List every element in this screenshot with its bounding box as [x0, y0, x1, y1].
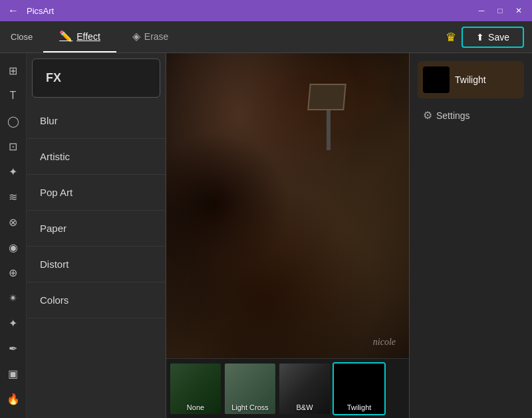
settings-icon: ⚙ — [423, 109, 432, 122]
main-toolbar: Close ✏️ Effect ◈ Erase ♛ ⬆ Save — [0, 21, 532, 53]
effect-item-artistic[interactable]: Artistic — [27, 139, 166, 175]
save-label: Save — [488, 32, 509, 43]
circle-icon[interactable]: ◉ — [1, 235, 25, 259]
effect-item-colors[interactable]: Colors — [27, 282, 166, 318]
canvas-background — [166, 53, 409, 358]
thumbnail-strip: None Light Cross B&W Twilight — [166, 358, 409, 418]
text-icon[interactable]: T — [1, 84, 25, 108]
thumb-twilight-label: Twilight — [334, 403, 384, 411]
maximize-button[interactable]: □ — [492, 3, 508, 19]
filter-icon[interactable]: ⊗ — [1, 210, 25, 234]
brush-icon[interactable]: ≋ — [1, 185, 25, 209]
toolbar-right: ♛ ⬆ Save — [446, 27, 532, 48]
left-sidebar: ⊞ T ◯ ⊡ ✦ ≋ ⊗ ◉ ⊕ ✴ ✦ ✒ ▣ 🔥 — [0, 53, 27, 418]
effect-item-paper[interactable]: Paper — [27, 211, 166, 247]
effect-item-pop-art[interactable]: Pop Art — [27, 175, 166, 211]
thumb-none[interactable]: None — [169, 362, 222, 415]
crop-icon[interactable]: ⊡ — [1, 134, 25, 158]
layers-icon[interactable]: ⊞ — [1, 58, 25, 82]
app-title: PicsArt — [27, 6, 468, 16]
thumb-twilight[interactable]: Twilight — [332, 362, 386, 415]
title-bar: ← PicsArt ─ □ ✕ — [0, 0, 532, 21]
square-icon[interactable]: ▣ — [1, 362, 25, 385]
effect-item-blur[interactable]: Blur — [27, 103, 166, 139]
thumb-lightcross-label: Light Cross — [225, 403, 275, 411]
back-button[interactable]: ← — [5, 3, 21, 19]
current-effect-display: Twilight — [418, 61, 524, 98]
effect-tab-icon: ✏️ — [59, 30, 72, 43]
atom-icon[interactable]: ⊕ — [1, 261, 25, 284]
settings-label: Settings — [436, 110, 470, 121]
star-icon[interactable]: ✦ — [1, 159, 25, 183]
current-effect-name: Twilight — [455, 74, 486, 85]
thumb-lightcross[interactable]: Light Cross — [223, 362, 277, 415]
save-button[interactable]: ⬆ Save — [462, 27, 524, 48]
flame-icon[interactable]: 🔥 — [1, 387, 25, 411]
content-area: ⊞ T ◯ ⊡ ✦ ≋ ⊗ ◉ ⊕ ✴ ✦ ✒ ▣ 🔥 FX Blur Arti… — [0, 53, 532, 418]
minimize-button[interactable]: ─ — [473, 3, 489, 19]
thumb-none-label: None — [170, 403, 221, 411]
tab-effect[interactable]: ✏️ Effect — [43, 21, 116, 52]
sparkle-icon[interactable]: ✦ — [1, 311, 25, 335]
current-effect-thumbnail — [423, 66, 450, 93]
wand-icon[interactable]: ✴ — [1, 286, 25, 310]
window-controls: ─ □ ✕ — [473, 3, 527, 19]
effect-item-distort[interactable]: Distort — [27, 247, 166, 282]
sign-board — [307, 84, 346, 110]
erase-tab-icon: ◈ — [132, 30, 140, 43]
close-label[interactable]: Close — [0, 21, 43, 52]
thumb-bw-label: B&W — [279, 403, 330, 411]
pen-icon[interactable]: ✒ — [1, 336, 25, 360]
save-icon: ⬆ — [476, 32, 484, 43]
window-close-button[interactable]: ✕ — [511, 3, 527, 19]
erase-tab-label: Erase — [144, 31, 169, 42]
right-panel: Twilight ⚙ Settings — [409, 53, 532, 418]
tab-erase[interactable]: ◈ Erase — [116, 21, 185, 52]
sign-post — [309, 84, 348, 137]
sign-pole — [327, 110, 331, 150]
canvas-area: None Light Cross B&W Twilight — [166, 53, 409, 418]
lasso-icon[interactable]: ◯ — [1, 109, 25, 133]
thumb-bw[interactable]: B&W — [278, 362, 331, 415]
toolbar-tabs: ✏️ Effect ◈ Erase — [43, 21, 446, 52]
canvas-image — [166, 53, 409, 358]
effects-panel: FX Blur Artistic Pop Art Paper Distort C… — [27, 53, 166, 418]
effect-tab-label: Effect — [76, 31, 100, 42]
settings-row[interactable]: ⚙ Settings — [418, 106, 524, 124]
effect-item-fx[interactable]: FX — [32, 58, 160, 98]
crown-icon: ♛ — [446, 30, 456, 45]
